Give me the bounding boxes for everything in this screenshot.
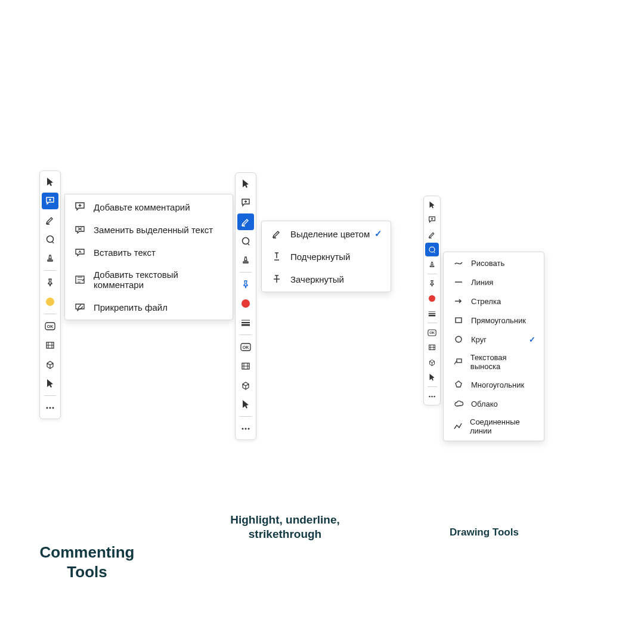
color-red[interactable] <box>237 295 254 312</box>
underline-item[interactable]: Подчеркнутый <box>262 245 391 268</box>
ok-tool[interactable]: OK <box>425 326 439 339</box>
fly-label: Прямоугольник <box>471 316 526 325</box>
comment-add-item[interactable]: Добавьте комментарий <box>65 196 233 218</box>
polyline-item[interactable]: Соединенные линии <box>444 413 544 439</box>
svg-rect-22 <box>456 318 462 323</box>
polyline-icon <box>453 421 463 432</box>
svg-point-4 <box>47 407 48 409</box>
fly-label: Подчеркнутый <box>290 252 350 262</box>
fly-label: Стрелка <box>471 297 501 306</box>
replace-text-icon <box>75 224 85 235</box>
ok-tool[interactable]: OK <box>42 318 58 335</box>
more-tool[interactable] <box>425 389 439 403</box>
circle-icon <box>453 334 464 345</box>
svg-point-14 <box>248 428 250 430</box>
svg-point-13 <box>245 428 247 430</box>
line-weight-tool[interactable] <box>237 314 254 331</box>
svg-point-20 <box>431 395 432 397</box>
fly-label: Линия <box>471 278 493 287</box>
stamp-tool[interactable] <box>237 252 254 268</box>
cube-tool[interactable] <box>42 356 58 373</box>
separator <box>428 274 437 274</box>
polygon-item[interactable]: Многоугольник <box>444 375 544 394</box>
highlight-tool[interactable] <box>42 212 58 228</box>
shape-tool[interactable] <box>425 243 439 256</box>
callout-icon <box>453 357 463 367</box>
media-tool[interactable] <box>42 337 58 354</box>
color-red[interactable] <box>425 292 439 305</box>
cursor-tool-2[interactable] <box>42 375 58 392</box>
cursor-tool-2[interactable] <box>237 396 254 413</box>
underline-icon <box>271 251 282 262</box>
fly-label: Рисовать <box>471 259 504 268</box>
arrow-icon <box>453 296 464 306</box>
svg-text:OK: OK <box>243 345 249 349</box>
color-yellow[interactable] <box>42 293 58 310</box>
stamp-tool[interactable] <box>42 250 58 267</box>
separator <box>240 272 252 273</box>
svg-text:OK: OK <box>47 324 54 329</box>
circle-item[interactable]: Круг ✓ <box>444 330 544 349</box>
flyout-commenting: Добавьте комментарий Заменить выделенный… <box>64 194 233 320</box>
highlight-tool[interactable] <box>237 213 254 230</box>
cursor-tool-2[interactable] <box>425 370 439 384</box>
svg-point-21 <box>434 395 435 397</box>
svg-point-5 <box>49 407 51 409</box>
svg-point-15 <box>429 247 435 252</box>
insert-text-item[interactable]: Вставить текст <box>65 241 233 264</box>
attach-file-icon <box>75 302 85 312</box>
cloud-icon <box>453 398 464 409</box>
svg-point-6 <box>52 407 54 409</box>
check-icon: ✓ <box>529 335 535 344</box>
fly-label: Заменить выделенный текст <box>94 225 213 235</box>
check-icon: ✓ <box>374 228 382 239</box>
caption-drawing: Drawing Tools <box>419 526 550 538</box>
shape-tool[interactable] <box>237 233 254 249</box>
polygon-icon <box>453 379 464 390</box>
svg-text:OK: OK <box>429 331 435 335</box>
cube-tool[interactable] <box>425 355 439 369</box>
more-tool[interactable] <box>237 420 254 437</box>
cursor-tool[interactable] <box>237 175 254 192</box>
strike-item[interactable]: Зачеркнутый <box>262 268 391 290</box>
insert-text-icon <box>75 247 85 258</box>
attach-file-item[interactable]: Прикрепить файл <box>65 296 233 318</box>
separator <box>428 323 437 323</box>
toolbar-commenting: OK <box>39 171 61 419</box>
fly-label: Соединенные линии <box>470 417 534 435</box>
svg-rect-24 <box>457 359 462 363</box>
cursor-tool[interactable] <box>42 174 58 190</box>
comment-tool[interactable] <box>237 194 254 211</box>
cursor-tool[interactable] <box>425 198 439 212</box>
callout-item[interactable]: Текстовая выноска <box>444 349 544 375</box>
separator <box>44 314 56 314</box>
highlight-color-item[interactable]: Выделение цветом ✓ <box>262 222 391 245</box>
highlight-tool[interactable] <box>425 228 439 242</box>
comment-tool[interactable] <box>42 193 58 209</box>
text-comment-icon <box>75 274 85 285</box>
pin-tool[interactable] <box>425 277 439 290</box>
freeform-icon <box>453 258 464 268</box>
pin-tool[interactable] <box>42 274 58 291</box>
draw-item[interactable]: Рисовать <box>444 253 544 273</box>
stamp-tool[interactable] <box>425 258 439 271</box>
text-comment-item[interactable]: Добавить текстовый комментари <box>65 264 233 296</box>
line-weight-tool[interactable] <box>425 306 439 320</box>
comment-tool[interactable] <box>425 213 439 227</box>
ok-tool[interactable]: OK <box>237 339 254 355</box>
replace-text-item[interactable]: Заменить выделенный текст <box>65 218 233 241</box>
line-item[interactable]: Линия <box>444 273 544 292</box>
svg-point-19 <box>429 395 430 397</box>
media-tool[interactable] <box>425 340 439 354</box>
cube-tool[interactable] <box>237 377 254 394</box>
media-tool[interactable] <box>237 358 254 374</box>
pin-tool[interactable] <box>237 276 254 293</box>
rect-item[interactable]: Прямоугольник <box>444 311 544 330</box>
cloud-item[interactable]: Облако <box>444 394 544 413</box>
svg-point-0 <box>47 236 54 243</box>
arrow-item[interactable]: Стрелка <box>444 292 544 311</box>
shape-tool[interactable] <box>42 231 58 247</box>
more-tool[interactable] <box>42 400 58 416</box>
separator <box>428 386 437 387</box>
line-icon <box>453 277 464 287</box>
